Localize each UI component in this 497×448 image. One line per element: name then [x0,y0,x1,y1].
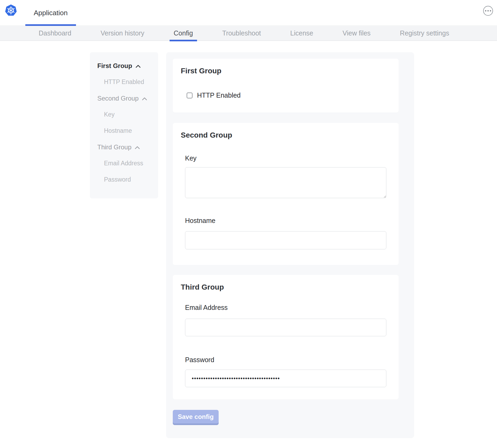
sidebar-item-label: Hostname [104,127,132,134]
config-group-card-first: First Group HTTP Enabled [173,59,399,113]
config-group-card-third: Third Group Email Address Password [173,275,399,399]
config-main-panel: First Group HTTP Enabled Second Group Ke… [166,52,414,438]
sidebar-item-key[interactable]: Key [90,106,158,123]
tab-troubleshoot[interactable]: Troubleshoot [218,26,265,41]
chevron-up-icon [136,65,141,68]
sidebar-item-email-address[interactable]: Email Address [90,155,158,171]
sidebar-item-password[interactable]: Password [90,171,158,188]
http-enabled-row[interactable]: HTTP Enabled [187,91,241,99]
password-input[interactable] [185,370,386,387]
email-address-input[interactable] [185,319,386,336]
sidebar-item-http-enabled[interactable]: HTTP Enabled [90,74,158,90]
sidebar-item-label: First Group [97,62,132,70]
checkbox-label: HTTP Enabled [197,91,241,99]
tab-license[interactable]: License [286,26,317,41]
group-title: Second Group [181,131,232,139]
kubernetes-logo-icon [5,4,17,16]
nav-tabbar: Dashboard Version history Config Trouble… [0,26,497,41]
app-header: Application [0,0,497,26]
config-page: Application Dashboard Version history Co… [0,0,497,448]
sidebar-item-label: Key [104,111,115,118]
key-textarea[interactable] [185,167,386,198]
email-address-label: Email Address [185,304,228,311]
sidebar-item-second-group[interactable]: Second Group [90,90,158,106]
hostname-label: Hostname [185,217,215,225]
tab-dashboard[interactable]: Dashboard [35,26,75,41]
ellipsis-icon [487,10,489,11]
sidebar-item-label: Second Group [97,95,139,102]
group-title: Third Group [181,283,224,291]
password-label: Password [185,356,214,364]
chevron-up-icon [142,97,147,100]
tab-view-files[interactable]: View files [339,26,375,41]
config-sidebar: First Group HTTP Enabled Second Group Ke… [90,52,158,198]
http-enabled-checkbox[interactable] [187,93,193,98]
key-label: Key [185,154,197,162]
tab-registry-settings[interactable]: Registry settings [396,26,453,41]
ellipsis-icon [490,10,491,11]
config-group-card-second: Second Group Key Hostname [173,123,399,265]
sidebar-item-hostname[interactable]: Hostname [90,123,158,139]
chevron-up-icon [135,146,140,149]
sidebar-item-label: Password [104,176,131,183]
ellipsis-icon [485,10,486,11]
tab-version-history[interactable]: Version history [97,26,148,41]
app-title-tab[interactable]: Application [25,0,76,26]
app-title: Application [34,9,67,17]
hostname-input[interactable] [185,231,386,249]
tab-config[interactable]: Config [170,26,197,41]
sidebar-item-third-group[interactable]: Third Group [90,139,158,155]
sidebar-item-label: Email Address [104,160,143,167]
group-title: First Group [181,67,221,75]
overflow-menu-button[interactable] [483,6,493,16]
sidebar-item-label: HTTP Enabled [104,78,144,86]
sidebar-item-label: Third Group [97,143,131,151]
save-config-button[interactable]: Save config [173,410,219,423]
sidebar-item-first-group[interactable]: First Group [90,58,158,74]
